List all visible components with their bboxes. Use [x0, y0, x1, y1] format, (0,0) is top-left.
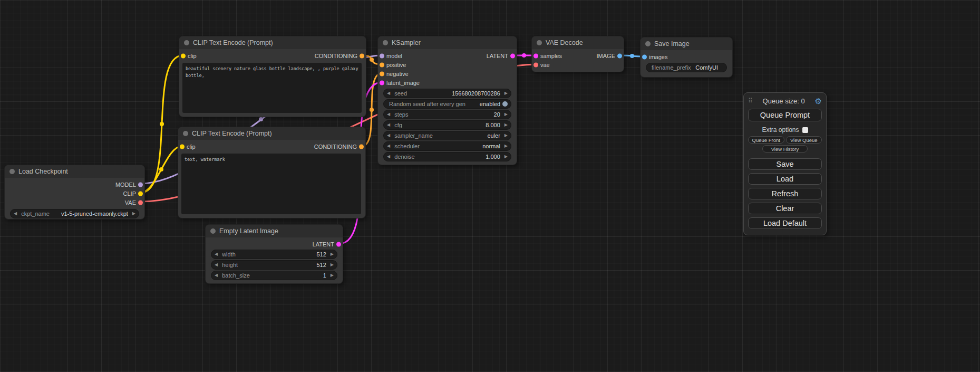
arrow-right-icon[interactable]: ▶	[504, 91, 508, 96]
batch-size-widget[interactable]: ◀ batch_size 1 ▶	[211, 271, 337, 280]
node-header[interactable]: VAE Decode	[532, 36, 624, 49]
arrow-left-icon[interactable]: ◀	[387, 123, 390, 127]
height-widget[interactable]: ◀ height 512 ▶	[211, 260, 337, 270]
arrow-left-icon[interactable]: ◀	[387, 155, 390, 159]
input-label-negative: negative	[386, 71, 409, 77]
collapse-dot-icon[interactable]	[9, 169, 15, 174]
vae-input-dot[interactable]	[533, 62, 538, 67]
latent-output-dot[interactable]	[336, 242, 341, 246]
arrow-right-icon[interactable]: ▶	[504, 144, 508, 148]
drag-handle-icon[interactable]: ⠿	[748, 97, 753, 104]
conditioning-output-dot[interactable]	[360, 53, 364, 58]
arrow-left-icon[interactable]: ◀	[387, 133, 390, 138]
random-seed-toggle-widget[interactable]: Random seed after every gen enabled	[383, 99, 511, 109]
node-title: CLIP Text Encode (Prompt)	[193, 39, 273, 46]
node-header[interactable]: Load Checkpoint	[5, 165, 144, 178]
node-header[interactable]: Empty Latent Image	[206, 225, 343, 237]
collapse-dot-icon[interactable]	[645, 41, 651, 46]
cfg-widget[interactable]: ◀ cfg 8.000 ▶	[383, 120, 511, 130]
collapse-dot-icon[interactable]	[537, 40, 542, 45]
view-queue-button[interactable]: View Queue	[786, 136, 822, 144]
clip-input-dot[interactable]	[180, 144, 185, 149]
arrow-left-icon[interactable]: ◀	[387, 91, 390, 96]
collapse-dot-icon[interactable]	[183, 131, 188, 136]
collapse-dot-icon[interactable]	[210, 228, 216, 234]
denoise-widget[interactable]: ◀ denoise 1.000 ▶	[383, 152, 511, 161]
arrow-right-icon[interactable]: ▶	[132, 212, 135, 216]
vae-output-dot[interactable]	[138, 200, 143, 205]
filename-prefix-widget[interactable]: filename_prefix ComfyUI	[646, 63, 727, 72]
arrow-left-icon[interactable]: ◀	[387, 112, 390, 117]
slot-row: LATENT	[206, 240, 343, 249]
settings-gear-icon[interactable]: ⚙	[815, 97, 822, 105]
arrow-right-icon[interactable]: ▶	[331, 252, 334, 256]
images-input-dot[interactable]	[642, 54, 647, 59]
queue-front-button[interactable]: Queue Front	[748, 136, 784, 144]
toggle-knob-icon[interactable]	[502, 101, 508, 107]
node-clip-text-encode-negative[interactable]: CLIP Text Encode (Prompt) clip CONDITION…	[178, 127, 366, 218]
prompt-textarea[interactable]: text, watermark	[181, 154, 361, 214]
arrow-right-icon[interactable]: ▶	[504, 133, 508, 138]
negative-input-dot[interactable]	[380, 71, 384, 76]
ckpt-name-widget[interactable]: ◀ ckpt_name v1-5-pruned-emaonly.ckpt ▶	[10, 209, 139, 218]
arrow-right-icon[interactable]: ▶	[504, 123, 508, 127]
node-title: CLIP Text Encode (Prompt)	[192, 130, 272, 137]
output-label-clip: CLIP	[123, 190, 136, 197]
seed-widget[interactable]: ◀ seed 156680208700286 ▶	[383, 89, 511, 98]
slot-row: VAE	[5, 198, 144, 207]
arrow-left-icon[interactable]: ◀	[387, 144, 390, 148]
sampler-name-widget[interactable]: ◀ sampler_name euler ▶	[383, 131, 511, 140]
node-empty-latent-image[interactable]: Empty Latent Image LATENT ◀ width 512 ▶ …	[205, 224, 343, 284]
image-output-dot[interactable]	[617, 53, 622, 58]
arrow-right-icon[interactable]: ▶	[504, 155, 508, 159]
samples-input-dot[interactable]	[533, 53, 538, 58]
collapse-dot-icon[interactable]	[184, 40, 189, 45]
collapse-dot-icon[interactable]	[383, 40, 388, 45]
positive-input-dot[interactable]	[380, 62, 384, 67]
refresh-button[interactable]: Refresh	[748, 188, 822, 199]
input-label-clip: clip	[187, 144, 196, 150]
arrow-left-icon[interactable]: ◀	[14, 212, 17, 216]
arrow-right-icon[interactable]: ▶	[331, 273, 334, 278]
arrow-right-icon[interactable]: ▶	[504, 112, 508, 117]
node-header[interactable]: Save Image	[641, 37, 732, 50]
latent-image-input-dot[interactable]	[380, 80, 384, 85]
comfy-menu[interactable]: ⠿ Queue size: 0 ⚙ Queue Prompt Extra opt…	[743, 92, 827, 235]
clear-button[interactable]: Clear	[748, 203, 822, 214]
queue-prompt-button[interactable]: Queue Prompt	[748, 109, 822, 121]
steps-widget[interactable]: ◀ steps 20 ▶	[383, 110, 511, 119]
clip-input-dot[interactable]	[181, 53, 186, 58]
prompt-textarea[interactable]: beautiful scenery nature glass bottle la…	[182, 63, 362, 113]
node-save-image[interactable]: Save Image images filename_prefix ComfyU…	[640, 37, 733, 78]
node-header[interactable]: KSampler	[378, 36, 517, 49]
slot-row: samples IMAGE	[532, 51, 624, 60]
node-ksampler[interactable]: KSampler model LATENT positive negative …	[377, 36, 517, 165]
model-input-dot[interactable]	[380, 53, 384, 58]
node-clip-text-encode-positive[interactable]: CLIP Text Encode (Prompt) clip CONDITION…	[179, 36, 366, 117]
arrow-right-icon[interactable]: ▶	[331, 263, 334, 267]
load-button[interactable]: Load	[748, 173, 822, 185]
scheduler-widget[interactable]: ◀ scheduler normal ▶	[383, 141, 511, 151]
conditioning-output-dot[interactable]	[359, 144, 364, 149]
extra-options-checkbox[interactable]	[802, 127, 808, 133]
save-button[interactable]: Save	[748, 158, 822, 170]
latent-output-dot[interactable]	[510, 53, 515, 58]
slot-row: MODEL	[5, 180, 144, 189]
arrow-left-icon[interactable]: ◀	[215, 263, 218, 267]
clip-output-dot[interactable]	[138, 191, 143, 196]
node-header[interactable]: CLIP Text Encode (Prompt)	[178, 127, 365, 140]
arrow-left-icon[interactable]: ◀	[215, 273, 218, 278]
menu-header: ⠿ Queue size: 0 ⚙	[748, 96, 822, 106]
load-default-button[interactable]: Load Default	[748, 217, 822, 229]
output-label-latent: LATENT	[313, 241, 334, 247]
node-load-checkpoint[interactable]: Load Checkpoint MODEL CLIP VAE ◀ ckpt_na…	[4, 165, 145, 220]
node-vae-decode[interactable]: VAE Decode samples IMAGE vae	[531, 36, 624, 72]
model-output-dot[interactable]	[138, 182, 143, 187]
extra-options-label: Extra options	[762, 126, 799, 133]
node-title: Load Checkpoint	[18, 168, 68, 175]
width-widget[interactable]: ◀ width 512 ▶	[211, 250, 337, 259]
input-label-images: images	[649, 54, 667, 60]
view-history-button[interactable]: View History	[762, 145, 808, 152]
arrow-left-icon[interactable]: ◀	[215, 252, 218, 256]
node-header[interactable]: CLIP Text Encode (Prompt)	[179, 36, 366, 49]
